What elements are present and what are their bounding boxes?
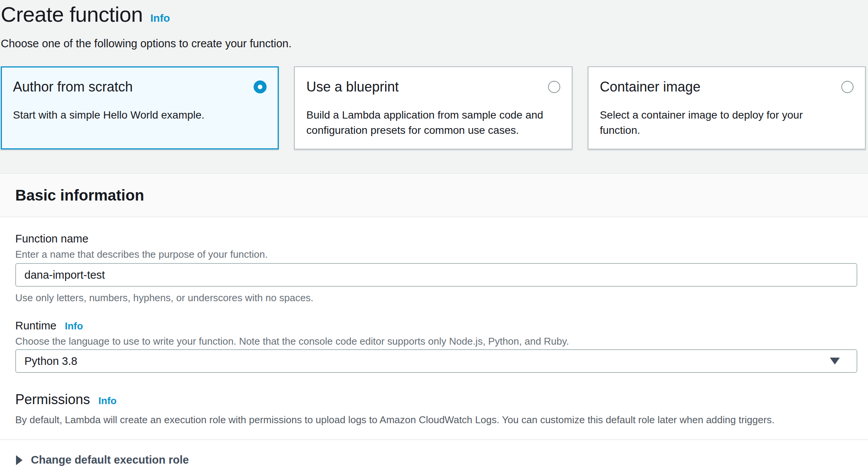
radio-author-from-scratch[interactable] [254, 80, 267, 93]
chevron-right-icon [16, 455, 23, 465]
runtime-selected-value: Python 3.8 [24, 355, 77, 368]
function-name-input[interactable] [15, 263, 857, 287]
creation-option-cards: Author from scratch Start with a simple … [0, 66, 868, 149]
permissions-title: Permissions [15, 391, 90, 408]
radio-container-image[interactable] [841, 81, 854, 93]
title-info-link[interactable]: Info [150, 12, 170, 24]
option-card-author-from-scratch[interactable]: Author from scratch Start with a simple … [1, 66, 279, 149]
permissions-info-link[interactable]: Info [98, 395, 117, 407]
runtime-select[interactable]: Python 3.8 [15, 349, 857, 373]
page-header: Create function Info Choose one of the f… [0, 0, 868, 50]
runtime-description: Choose the language to use to write your… [15, 335, 857, 348]
card-title: Container image [600, 79, 701, 95]
basic-information-header: Basic information [0, 173, 868, 217]
change-default-execution-role-label: Change default execution role [31, 454, 189, 466]
function-name-label: Function name [15, 232, 857, 246]
change-default-execution-role-toggle[interactable]: Change default execution role [0, 440, 868, 466]
function-name-hint: Use only letters, numbers, hyphens, or u… [15, 291, 857, 304]
option-card-container-image[interactable]: Container image Select a container image… [588, 66, 866, 149]
radio-use-a-blueprint[interactable] [548, 81, 560, 93]
runtime-info-link[interactable]: Info [65, 320, 83, 332]
basic-information-title: Basic information [15, 187, 144, 204]
basic-information-section: Basic information Function name Enter a … [0, 173, 868, 472]
card-title: Use a blueprint [306, 79, 399, 95]
page-title: Create function [1, 2, 143, 27]
function-name-description: Enter a name that describes the purpose … [15, 248, 857, 261]
chevron-down-icon [830, 358, 840, 364]
card-description: Build a Lambda application from sample c… [306, 108, 550, 138]
permissions-description: By default, Lambda will create an execut… [15, 413, 857, 426]
page-subtitle: Choose one of the following options to c… [1, 37, 866, 50]
card-description: Start with a simple Hello World example. [13, 108, 257, 123]
card-description: Select a container image to deploy for y… [600, 108, 844, 138]
option-card-use-a-blueprint[interactable]: Use a blueprint Build a Lambda applicati… [294, 66, 572, 149]
card-title: Author from scratch [13, 79, 133, 95]
runtime-label: Runtime [15, 319, 56, 332]
